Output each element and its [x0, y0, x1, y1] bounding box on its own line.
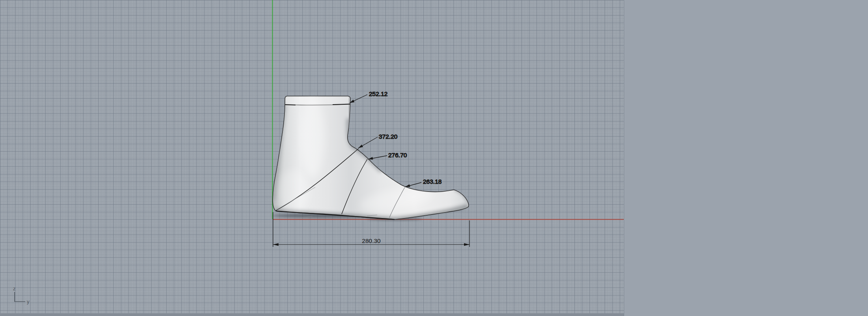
- shoe-last-model[interactable]: [273, 95, 469, 220]
- axis-indicator-z-label: z: [13, 286, 16, 292]
- leader-cuff-value[interactable]: 252.12: [369, 90, 387, 97]
- dimension-length-value[interactable]: 280.30: [362, 237, 381, 244]
- viewport-overlay: 252.12 372.20 276.70 263.18: [0, 0, 868, 316]
- axis-indicator-lines: [15, 292, 25, 302]
- axis-indicator: z y: [13, 286, 30, 305]
- leader-instep[interactable]: 372.20: [358, 133, 398, 149]
- dimension-arrow-right: [464, 243, 470, 246]
- leader-ball-value[interactable]: 263.18: [423, 178, 441, 185]
- leader-cuff[interactable]: 252.12: [350, 90, 387, 103]
- leader-waist-value[interactable]: 276.70: [388, 152, 407, 158]
- dimension-arrow-left: [273, 243, 279, 246]
- leader-ball[interactable]: 263.18: [405, 178, 441, 187]
- leader-waist[interactable]: 276.70: [368, 152, 407, 160]
- cuff-seam-dark-left: [285, 105, 296, 105]
- axis-indicator-y-label: y: [27, 299, 30, 305]
- leader-instep-value[interactable]: 372.20: [379, 133, 398, 140]
- cad-window: 252.12 372.20 276.70 263.18: [0, 0, 868, 316]
